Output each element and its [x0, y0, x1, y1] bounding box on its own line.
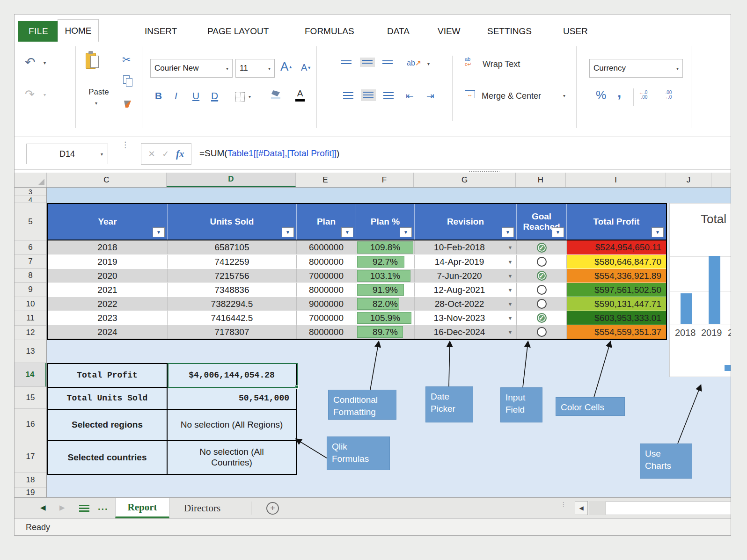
row-header-16[interactable]: 16: [15, 409, 46, 440]
year-cell[interactable]: 2021: [48, 283, 168, 297]
profit-cell[interactable]: $603,953,333.01: [567, 311, 666, 325]
filter-icon[interactable]: ▼: [552, 227, 564, 237]
plan-cell[interactable]: 7000000: [297, 311, 356, 325]
goal-cell[interactable]: [517, 255, 567, 269]
units-cell[interactable]: 7382294.5: [168, 297, 297, 311]
plan-pct-cell[interactable]: 103.1%: [356, 269, 415, 283]
paste-icon[interactable]: [86, 52, 100, 70]
date-picker-dropdown-icon[interactable]: ▼: [504, 315, 516, 321]
plan-pct-cell[interactable]: 89.7%: [356, 325, 415, 339]
plan-cell[interactable]: 7000000: [297, 269, 356, 283]
header-plan-pct[interactable]: Plan %▼: [356, 204, 415, 240]
column-header-c[interactable]: C: [47, 173, 167, 187]
embedded-bar-chart[interactable]: Total 2018 2019 2: [669, 203, 731, 377]
merge-center-icon[interactable]: ↔: [465, 90, 475, 98]
header-plan[interactable]: Plan▼: [297, 204, 356, 240]
revision-cell[interactable]: 7-Jun-2020▼: [415, 269, 517, 283]
profit-cell[interactable]: $524,954,650.11: [567, 240, 666, 255]
decrease-font-icon[interactable]: A▼: [301, 62, 311, 73]
merge-center-dropdown-icon[interactable]: ▾: [563, 93, 565, 98]
undo-icon[interactable]: ↶: [25, 55, 36, 70]
date-picker-dropdown-icon[interactable]: ▼: [504, 259, 516, 265]
format-painter-icon[interactable]: [124, 101, 131, 108]
double-underline-icon[interactable]: D: [211, 90, 218, 102]
plan-cell[interactable]: 8000000: [297, 255, 356, 269]
goal-cell[interactable]: [517, 325, 567, 339]
revision-cell[interactable]: 10-Feb-2018▼: [415, 240, 517, 255]
plan-cell[interactable]: 6000000: [297, 240, 356, 255]
row-header-18[interactable]: 18: [15, 473, 46, 487]
goal-cell[interactable]: [517, 240, 567, 255]
sheet-nav-prev-icon[interactable]: ◀: [40, 503, 46, 512]
row-header-12[interactable]: 12: [15, 326, 46, 340]
goal-cell[interactable]: [517, 297, 567, 311]
horizontal-scrollbar-thumb[interactable]: [606, 501, 731, 515]
comma-style-icon[interactable]: ,: [617, 85, 621, 101]
filter-icon[interactable]: ▼: [652, 227, 664, 237]
revision-cell[interactable]: 28-Oct-2022▼: [415, 297, 517, 311]
sheet-tab-directors[interactable]: Directors: [169, 498, 235, 518]
row-header-3[interactable]: 3: [15, 188, 46, 196]
total-profit-label[interactable]: Total Profit: [48, 364, 168, 387]
row-header-9[interactable]: 9: [15, 283, 46, 297]
date-picker-dropdown-icon[interactable]: ▼: [504, 273, 516, 279]
filter-icon[interactable]: ▼: [153, 227, 165, 237]
sheet-more-icon[interactable]: ...: [98, 502, 109, 512]
header-revision[interactable]: Revision▼: [415, 204, 517, 240]
row-header-14[interactable]: 14: [15, 363, 46, 387]
sheet-list-icon[interactable]: [79, 505, 89, 512]
goal-reached-icon[interactable]: [537, 285, 547, 295]
scroll-left-icon[interactable]: ◀: [575, 501, 588, 515]
plan-pct-cell[interactable]: 105.9%: [356, 311, 415, 325]
paste-dropdown-icon[interactable]: ▾: [95, 101, 97, 106]
undo-dropdown-icon[interactable]: ▾: [44, 60, 46, 65]
row-header-19[interactable]: 19: [15, 487, 46, 497]
profit-cell[interactable]: $590,131,447.71: [567, 297, 666, 311]
plan-cell[interactable]: 9000000: [297, 297, 356, 311]
column-header-g[interactable]: G: [414, 173, 516, 187]
units-cell[interactable]: 7348836: [168, 283, 297, 297]
goal-cell[interactable]: [517, 283, 567, 297]
year-cell[interactable]: 2022: [48, 297, 168, 311]
name-box-dropdown-icon[interactable]: ▾: [101, 152, 103, 157]
wrap-text-icon[interactable]: ab c↵: [465, 57, 472, 67]
borders-icon[interactable]: [235, 92, 245, 102]
fill-handle[interactable]: [295, 385, 299, 389]
goal-reached-icon[interactable]: [537, 243, 547, 253]
column-header-h[interactable]: H: [516, 173, 566, 187]
units-cell[interactable]: 7412259: [168, 255, 297, 269]
row-header-8[interactable]: 8: [15, 269, 46, 283]
underline-icon[interactable]: U: [192, 90, 199, 102]
paste-button[interactable]: Paste: [80, 87, 117, 97]
horizontal-scrollbar[interactable]: [589, 501, 731, 515]
row-header-11[interactable]: 11: [15, 311, 46, 326]
header-total-profit[interactable]: Total Profit▼: [567, 204, 666, 240]
date-picker-dropdown-icon[interactable]: ▼: [504, 245, 516, 250]
goal-cell[interactable]: [517, 311, 567, 325]
orientation-dropdown-icon[interactable]: ▾: [427, 61, 430, 66]
borders-dropdown-icon[interactable]: ▾: [249, 94, 251, 99]
chart-bar-2019[interactable]: [709, 256, 720, 324]
select-all-corner[interactable]: [15, 173, 47, 187]
align-left-icon[interactable]: [343, 92, 353, 99]
decrease-decimal-icon[interactable]: .00 →.0: [663, 90, 672, 100]
copy-icon[interactable]: [123, 75, 132, 87]
bold-icon[interactable]: B: [155, 90, 162, 102]
plan-pct-cell[interactable]: 82.0%: [356, 297, 415, 311]
revision-cell[interactable]: 12-Aug-2021▼: [415, 283, 517, 297]
fill-color-icon[interactable]: [271, 90, 280, 99]
insert-function-icon[interactable]: fx: [176, 148, 184, 160]
goal-reached-icon[interactable]: [537, 313, 547, 323]
cut-icon[interactable]: ✂: [122, 54, 131, 66]
align-top-icon[interactable]: [341, 60, 352, 65]
total-units-label[interactable]: Total Units Sold: [48, 388, 168, 409]
goal-reached-icon[interactable]: [537, 271, 547, 281]
revision-cell[interactable]: 13-Nov-2023▼: [415, 311, 517, 325]
row-header-5[interactable]: 5: [15, 203, 46, 240]
tab-insert[interactable]: INSERT: [142, 21, 180, 42]
formula-input[interactable]: =SUM(Table1[[#Data],[Total Profit]]): [199, 137, 339, 170]
formula-bar-handle-icon[interactable]: ⋮: [121, 143, 126, 147]
increase-decimal-icon[interactable]: ←.0 .00: [639, 90, 647, 100]
column-header-f[interactable]: F: [355, 173, 414, 187]
header-year[interactable]: Year▼: [48, 204, 168, 240]
